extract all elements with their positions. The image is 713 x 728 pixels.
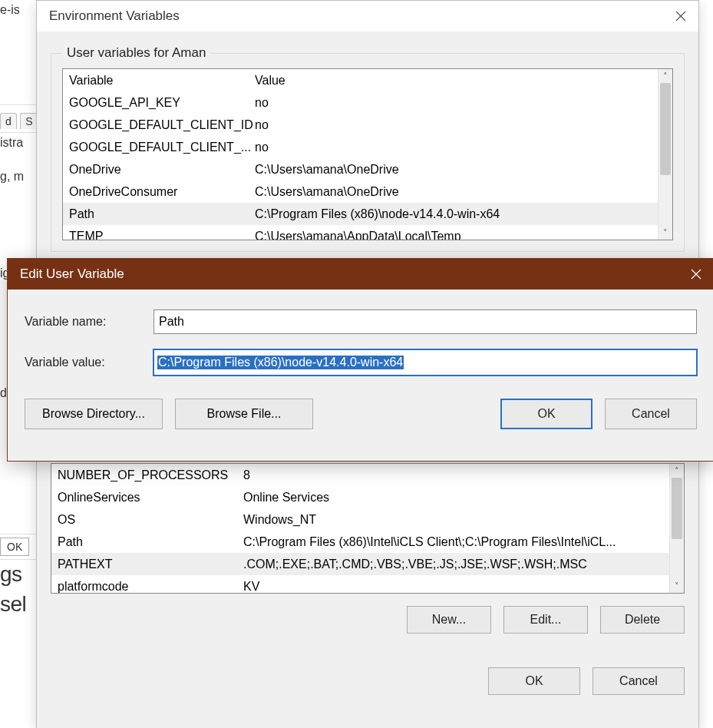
bg-fragment: e-is — [0, 0, 38, 20]
col-variable-header[interactable]: Variable — [69, 69, 253, 91]
table-row[interactable]: PathC:\Program Files (x86)\Intel\iCLS Cl… — [51, 531, 684, 553]
list-header[interactable]: Variable Value — [63, 69, 672, 91]
variable-value-label: Variable value: — [25, 356, 153, 369]
edit-button[interactable]: Edit... — [503, 606, 588, 634]
close-icon[interactable] — [678, 259, 713, 290]
value-cell: C:\Program Files (x86)\Intel\iCLS Client… — [242, 531, 678, 553]
table-row[interactable]: OSWindows_NT — [51, 508, 684, 531]
variable-cell: OneDriveConsumer — [69, 180, 253, 203]
value-cell: no — [253, 114, 666, 136]
value-cell: C:\Users\amana\OneDrive — [253, 158, 666, 180]
variable-cell: OnlineServices — [58, 486, 242, 508]
table-row[interactable]: GOOGLE_DEFAULT_CLIENT_IDno — [63, 114, 672, 136]
value-cell: Online Services — [242, 486, 678, 508]
close-icon[interactable] — [663, 1, 698, 31]
bg-ok-button: OK — [0, 538, 29, 556]
cancel-button[interactable]: Cancel — [605, 399, 697, 429]
variable-value-input[interactable]: C:\Program Files (x86)\node-v14.4.0-win-… — [153, 349, 697, 376]
scroll-thumb[interactable] — [672, 478, 682, 539]
value-cell: .COM;.EXE;.BAT;.CMD;.VBS;.VBE;.JS;.JSE;.… — [242, 553, 678, 575]
table-row[interactable]: OneDriveConsumerC:\Users\amana\OneDrive — [63, 180, 672, 203]
browse-directory-button[interactable]: Browse Directory... — [25, 399, 163, 429]
variable-cell: NUMBER_OF_PROCESSORS — [58, 464, 242, 486]
scroll-up-icon[interactable]: ˄ — [670, 464, 684, 478]
edit-titlebar[interactable]: Edit User Variable — [8, 259, 713, 290]
table-row[interactable]: TEMPC:\Users\amana\AppData\Local\Temp — [63, 225, 672, 240]
value-cell: C:\Program Files (x86)\node-v14.4.0-win-… — [253, 203, 666, 225]
table-row[interactable]: OneDriveC:\Users\amana\OneDrive — [63, 158, 672, 180]
table-row[interactable]: PathC:\Program Files (x86)\node-v14.4.0-… — [63, 203, 672, 225]
edit-title: Edit User Variable — [20, 266, 124, 282]
scroll-down-icon[interactable]: ˅ — [659, 226, 672, 240]
bg-fragment: sel — [0, 590, 38, 620]
value-cell: no — [253, 91, 666, 114]
delete-button[interactable]: Delete — [600, 606, 685, 634]
scroll-thumb[interactable] — [660, 83, 671, 175]
variable-cell: Path — [69, 203, 253, 225]
table-row[interactable]: PATHEXT.COM;.EXE;.BAT;.CMD;.VBS;.VBE;.JS… — [51, 553, 684, 575]
value-cell: no — [253, 136, 666, 158]
env-title: Environment Variables — [49, 8, 180, 24]
bg-tab: d — [0, 113, 17, 129]
env-titlebar[interactable]: Environment Variables — [37, 1, 698, 31]
dialog-final-buttons: OK Cancel — [51, 667, 685, 695]
user-variables-group: User variables for Aman Variable Value G… — [51, 45, 685, 252]
value-cell: Windows_NT — [242, 508, 678, 531]
table-row[interactable]: platformcodeKV — [51, 575, 684, 594]
variable-cell: OneDrive — [69, 158, 253, 180]
table-row[interactable]: NUMBER_OF_PROCESSORS8 — [51, 464, 684, 486]
bg-fragment: gs — [0, 560, 38, 590]
variable-value-selected-text: C:\Program Files (x86)\node-v14.4.0-win-… — [157, 356, 404, 369]
variable-cell: Path — [58, 531, 242, 553]
value-cell: KV — [242, 575, 678, 594]
value-cell: C:\Users\amana\OneDrive — [253, 180, 666, 203]
bg-fragment: istra — [0, 133, 38, 153]
variable-name-input[interactable] — [153, 309, 697, 334]
system-variables-list[interactable]: NUMBER_OF_PROCESSORS8OnlineServicesOnlin… — [51, 463, 685, 594]
variable-name-label: Variable name: — [25, 315, 153, 329]
user-variables-legend: User variables for Aman — [62, 45, 210, 61]
variable-cell: GOOGLE_API_KEY — [69, 91, 253, 114]
system-vars-buttons: New... Edit... Delete — [51, 606, 685, 634]
ok-button[interactable]: OK — [488, 667, 580, 695]
scrollbar[interactable]: ˄ ˅ — [669, 464, 684, 593]
table-row[interactable]: GOOGLE_API_KEYno — [63, 91, 672, 114]
scroll-down-icon[interactable]: ˅ — [670, 579, 684, 593]
scrollbar[interactable]: ˄ ˅ — [658, 69, 672, 240]
ok-button[interactable]: OK — [500, 399, 593, 429]
cancel-button[interactable]: Cancel — [593, 667, 685, 695]
table-row[interactable]: GOOGLE_DEFAULT_CLIENT_...no — [63, 136, 672, 158]
variable-cell: PATHEXT — [58, 553, 242, 575]
variable-cell: TEMP — [69, 225, 253, 240]
user-variables-list[interactable]: Variable Value GOOGLE_API_KEYnoGOOGLE_DE… — [62, 68, 673, 240]
scroll-up-icon[interactable]: ˄ — [659, 69, 672, 83]
edit-user-variable-dialog: Edit User Variable Variable name: Variab… — [7, 258, 713, 462]
variable-cell: OS — [58, 508, 242, 531]
table-row[interactable]: OnlineServicesOnline Services — [51, 486, 684, 508]
variable-cell: GOOGLE_DEFAULT_CLIENT_ID — [69, 114, 253, 136]
new-button[interactable]: New... — [407, 606, 491, 634]
browse-file-button[interactable]: Browse File... — [175, 399, 313, 429]
variable-cell: GOOGLE_DEFAULT_CLIENT_... — [69, 136, 253, 158]
col-value-header[interactable]: Value — [253, 69, 666, 91]
value-cell: C:\Users\amana\AppData\Local\Temp — [253, 225, 666, 240]
value-cell: 8 — [242, 464, 678, 486]
bg-fragment: g, m — [0, 167, 38, 187]
variable-cell: platformcode — [58, 575, 242, 594]
